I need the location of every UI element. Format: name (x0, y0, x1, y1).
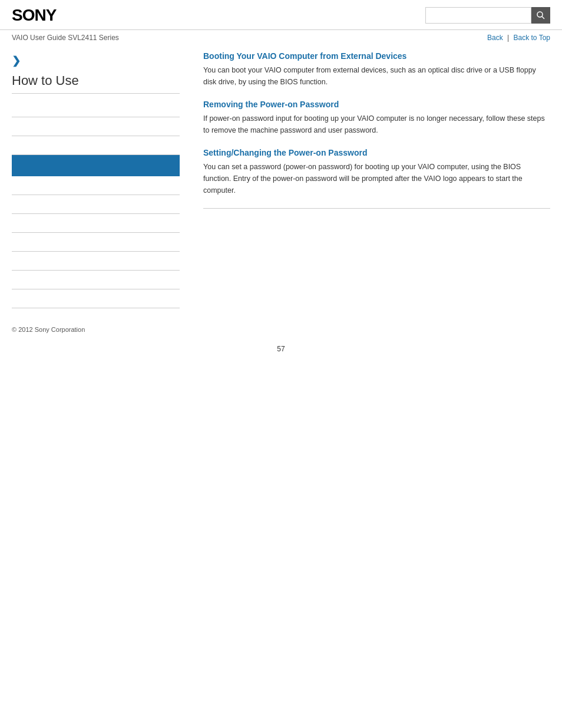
search-icon (536, 11, 546, 20)
search-area (425, 7, 550, 24)
main-content: ❯ How to Use (0, 45, 562, 314)
back-link[interactable]: Back (487, 34, 503, 42)
search-button[interactable] (531, 7, 550, 24)
back-to-top-link[interactable]: Back to Top (514, 34, 550, 42)
guide-title: VAIO User Guide SVL2411 Series (12, 34, 119, 42)
sony-logo: SONY (12, 6, 56, 25)
sidebar-item-4-active[interactable] (12, 155, 180, 176)
svg-line-1 (542, 17, 544, 19)
article-removing-body: If power-on password input for booting u… (203, 113, 550, 136)
article-booting: Booting Your VAIO Computer from External… (203, 51, 550, 88)
sidebar-title: How to Use (12, 73, 180, 94)
svg-point-0 (537, 12, 543, 17)
sidebar-item-6[interactable] (12, 195, 180, 214)
nav-separator: | (507, 34, 511, 42)
article-setting-title[interactable]: Setting/Changing the Power-on Password (203, 148, 550, 157)
content-area: Booting Your VAIO Computer from External… (191, 51, 550, 308)
sidebar-item-8[interactable] (12, 233, 180, 252)
article-setting-password: Setting/Changing the Power-on Password Y… (203, 148, 550, 196)
page-header: SONY (0, 0, 562, 30)
sub-header: VAIO User Guide SVL2411 Series Back | Ba… (0, 30, 562, 45)
sidebar-item-11[interactable] (12, 289, 180, 308)
article-setting-body: You can set a password (power-on passwor… (203, 161, 550, 196)
sidebar-item-7[interactable] (12, 214, 180, 233)
sidebar-chevron[interactable]: ❯ (12, 54, 180, 67)
sidebar-item-5[interactable] (12, 176, 180, 195)
page-number: 57 (0, 339, 562, 359)
search-input[interactable] (425, 7, 531, 24)
copyright: © 2012 Sony Corporation (12, 326, 85, 333)
article-removing-title[interactable]: Removing the Power-on Password (203, 100, 550, 109)
footer: © 2012 Sony Corporation (0, 314, 562, 339)
nav-links: Back | Back to Top (487, 34, 550, 42)
article-removing-password: Removing the Power-on Password If power-… (203, 100, 550, 136)
sidebar-item-2[interactable] (12, 117, 180, 136)
sidebar: ❯ How to Use (12, 51, 191, 308)
sidebar-item-10[interactable] (12, 271, 180, 289)
content-divider (203, 208, 550, 209)
article-booting-title[interactable]: Booting Your VAIO Computer from External… (203, 51, 550, 61)
sidebar-item-3[interactable] (12, 136, 180, 155)
sidebar-item-9[interactable] (12, 252, 180, 271)
article-booting-body: You can boot your VAIO computer from ext… (203, 64, 550, 88)
sidebar-item-1[interactable] (12, 98, 180, 117)
